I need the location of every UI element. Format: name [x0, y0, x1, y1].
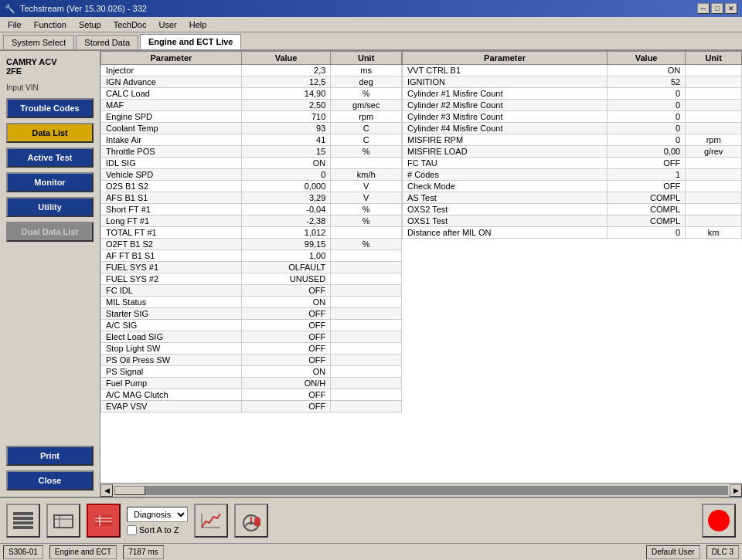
left-value-cell: OFF [241, 285, 331, 297]
scroll-track[interactable] [114, 486, 728, 495]
left-param-cell: PS Signal [101, 366, 242, 378]
right-param-cell: Check Mode [403, 181, 608, 192]
right-table-row: Cylinder #2 Misfire Count 0 [403, 100, 742, 111]
right-unit-cell [686, 204, 742, 216]
record-button[interactable] [702, 504, 736, 538]
svg-rect-2 [13, 521, 33, 524]
toolbar-icon-3[interactable] [87, 504, 121, 538]
left-unit-cell: km/h [331, 169, 402, 181]
right-table-row: Cylinder #3 Misfire Count 0 [403, 111, 742, 123]
right-unit-cell [686, 88, 742, 100]
left-unit-cell: C [331, 123, 402, 134]
menu-help[interactable]: Help [185, 19, 212, 31]
left-value-cell: 0,000 [241, 181, 331, 192]
left-value-cell: -0,04 [241, 204, 331, 216]
sort-checkbox[interactable] [127, 525, 137, 535]
toolbar-chart-icon[interactable] [194, 504, 228, 538]
right-param-cell: Cylinder #3 Misfire Count [403, 111, 608, 123]
toolbar-icon-1[interactable] [6, 504, 40, 538]
left-unit-cell [331, 250, 402, 262]
data-scroll[interactable]: Parameter Value Unit Injector 2,3 ms IGN… [100, 51, 742, 483]
scroll-thumb[interactable] [114, 486, 145, 495]
dual-data-list-button[interactable]: Dual Data List [6, 222, 94, 242]
data-list-button[interactable]: Data List [6, 123, 94, 143]
right-table-row: Cylinder #4 Misfire Count 0 [403, 123, 742, 134]
left-value-cell: 12,5 [241, 76, 331, 88]
left-value-cell: 2,50 [241, 100, 331, 111]
diagnosis-select[interactable]: Diagnosis [127, 507, 188, 522]
right-unit-cell [686, 181, 742, 192]
left-unit-cell: C [331, 134, 402, 146]
minimize-button[interactable]: ─ [697, 3, 710, 14]
right-value-cell: 1 [608, 169, 686, 181]
left-param-cell: Vehicle SPD [101, 169, 242, 181]
trouble-codes-button[interactable]: Trouble Codes [6, 98, 94, 118]
left-unit-cell [331, 285, 402, 297]
left-param-cell: Intake Air [101, 134, 242, 146]
menu-setup[interactable]: Setup [74, 19, 106, 31]
horizontal-scrollbar[interactable]: ◀ ▶ [100, 483, 742, 497]
left-value-cell: 710 [241, 111, 331, 123]
left-param-cell: AF FT B1 S1 [101, 250, 242, 262]
right-value-cell: 0 [608, 100, 686, 111]
menu-function[interactable]: Function [29, 19, 71, 31]
right-value-cell: 0 [608, 88, 686, 100]
tab-engine-ect-live[interactable]: Engine and ECT Live [140, 34, 241, 49]
left-param-cell: PS Oil Press SW [101, 355, 242, 366]
data-area: Parameter Value Unit Injector 2,3 ms IGN… [100, 51, 742, 497]
left-value-cell: 1,00 [241, 250, 331, 262]
scroll-left-arrow[interactable]: ◀ [100, 484, 113, 497]
svg-rect-17 [257, 517, 259, 519]
left-unit-cell: % [331, 88, 402, 100]
left-value-cell: 0 [241, 169, 331, 181]
app-icon: 🔧 [5, 4, 15, 14]
right-value-cell: 0 [608, 227, 686, 239]
left-table-row: EVAP VSV OFF [101, 401, 402, 412]
toolbar-icon-2[interactable] [46, 504, 80, 538]
toolbar-gauge-icon[interactable] [234, 504, 268, 538]
left-table-row: O2FT B1 S2 99,15 % [101, 239, 402, 250]
left-unit-cell [331, 331, 402, 343]
tab-stored-data[interactable]: Stored Data [76, 35, 138, 49]
record-circle [708, 510, 730, 531]
left-value-cell: 2,3 [241, 65, 331, 76]
status-code: S306-01 [3, 545, 43, 559]
close-button-sidebar[interactable]: Close [6, 470, 94, 490]
left-param-cell: IGN Advance [101, 76, 242, 88]
svg-rect-7 [95, 515, 112, 526]
active-test-button[interactable]: Active Test [6, 148, 94, 168]
menu-file[interactable]: File [3, 19, 26, 31]
tab-system-select[interactable]: System Select [3, 35, 74, 49]
left-value-cell: OFF [241, 320, 331, 331]
right-unit-cell: rpm [686, 134, 742, 146]
left-param-cell: EVAP VSV [101, 401, 242, 412]
right-value-header: Value [608, 52, 686, 65]
left-table-row: A/C MAG Clutch OFF [101, 389, 402, 401]
menu-user[interactable]: User [154, 19, 181, 31]
right-param-cell: MISFIRE LOAD [403, 146, 608, 158]
left-param-cell: Fuel Pump [101, 378, 242, 389]
left-value-cell: 15 [241, 146, 331, 158]
left-unit-cell: deg [331, 76, 402, 88]
right-value-cell: COMPL [608, 204, 686, 216]
monitor-button[interactable]: Monitor [6, 172, 94, 192]
left-value-cell: UNUSED [241, 273, 331, 285]
left-value-cell: 93 [241, 123, 331, 134]
status-dlc: DLC 3 [706, 545, 739, 559]
left-unit-cell [331, 320, 402, 331]
scroll-right-arrow[interactable]: ▶ [730, 484, 742, 497]
svg-rect-4 [54, 515, 73, 528]
left-table-row: PS Oil Press SW OFF [101, 355, 402, 366]
menu-techdoc[interactable]: TechDoc [109, 19, 151, 31]
left-table-row: MAF 2,50 gm/sec [101, 100, 402, 111]
close-button[interactable]: ✕ [725, 3, 737, 14]
left-table-row: Long FT #1 -2,38 % [101, 216, 402, 227]
vehicle-info: CAMRY ACV2FE [6, 57, 94, 76]
maximize-button[interactable]: □ [711, 3, 723, 14]
left-unit-cell [331, 355, 402, 366]
left-value-cell: OFF [241, 355, 331, 366]
right-table-row: VVT CTRL B1 ON [403, 65, 742, 76]
utility-button[interactable]: Utility [6, 197, 94, 217]
print-button[interactable]: Print [6, 446, 94, 466]
right-unit-cell [686, 216, 742, 227]
